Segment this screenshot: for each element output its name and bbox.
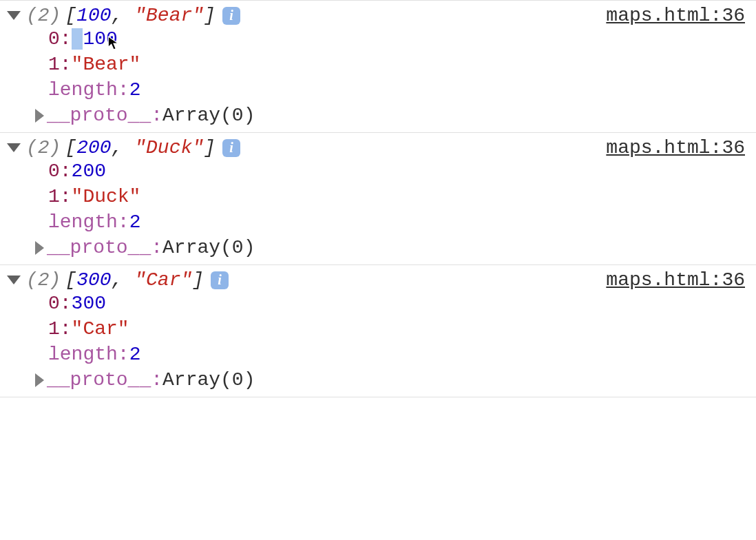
array-length: (2) bbox=[26, 269, 61, 291]
console-log-entry: maps.html:36 (2) [300, "Car"] i 0: 300 1… bbox=[0, 264, 756, 397]
property-value: Array(0) bbox=[162, 237, 255, 258]
source-link[interactable]: maps.html:36 bbox=[606, 137, 745, 158]
chevron-right-icon[interactable] bbox=[35, 241, 44, 255]
chevron-down-icon[interactable] bbox=[7, 11, 21, 20]
array-item[interactable]: 0: 200 bbox=[48, 158, 749, 184]
length-property[interactable]: length: 2 bbox=[48, 77, 749, 103]
array-preview: [300, "Car"] bbox=[65, 269, 204, 291]
array-item[interactable]: 1: "Car" bbox=[48, 316, 749, 342]
proto-property[interactable]: __proto__: Array(0) bbox=[7, 235, 749, 260]
array-length: (2) bbox=[26, 137, 61, 158]
property-value: Array(0) bbox=[162, 369, 255, 391]
item-key: 0: bbox=[48, 160, 72, 182]
array-preview: [200, "Duck"] bbox=[65, 137, 215, 158]
property-value: 2 bbox=[129, 344, 141, 365]
property-value: 2 bbox=[129, 211, 141, 233]
item-key: 0: bbox=[48, 293, 72, 314]
property-key: length: bbox=[48, 79, 129, 101]
console-log-entry: maps.html:36 (2) [200, "Duck"] i 0: 200 … bbox=[0, 132, 756, 264]
item-key: 0: bbox=[48, 28, 72, 50]
property-key: length: bbox=[48, 344, 129, 365]
chevron-down-icon[interactable] bbox=[7, 143, 21, 152]
source-link[interactable]: maps.html:36 bbox=[606, 269, 745, 291]
property-key: __proto__: bbox=[47, 105, 162, 126]
array-item[interactable]: 0: 100 bbox=[48, 26, 749, 52]
property-value: Array(0) bbox=[162, 105, 255, 126]
info-icon[interactable]: i bbox=[222, 139, 240, 157]
info-icon[interactable]: i bbox=[222, 7, 240, 25]
property-key: __proto__: bbox=[47, 369, 162, 391]
item-value: "Duck" bbox=[72, 186, 141, 207]
array-children: 0: 100 1: "Bear" length: 2 bbox=[7, 26, 749, 103]
length-property[interactable]: length: 2 bbox=[48, 209, 749, 235]
property-value: 2 bbox=[129, 79, 141, 101]
source-link[interactable]: maps.html:36 bbox=[606, 5, 745, 26]
chevron-right-icon[interactable] bbox=[35, 109, 44, 123]
info-icon[interactable]: i bbox=[211, 271, 229, 289]
item-key: 1: bbox=[48, 186, 72, 207]
proto-property[interactable]: __proto__: Array(0) bbox=[7, 367, 749, 393]
array-children: 0: 200 1: "Duck" length: 2 bbox=[7, 158, 749, 235]
item-key: 1: bbox=[48, 54, 72, 75]
item-value: 100 bbox=[72, 28, 118, 50]
chevron-down-icon[interactable] bbox=[7, 276, 21, 284]
console-log-entry: maps.html:36 (2) [100, "Bear"] i 0: 100 … bbox=[0, 0, 756, 132]
proto-property[interactable]: __proto__: Array(0) bbox=[7, 103, 749, 128]
array-item[interactable]: 0: 300 bbox=[48, 291, 749, 316]
console-output: maps.html:36 (2) [100, "Bear"] i 0: 100 … bbox=[0, 0, 756, 397]
array-preview: [100, "Bear"] bbox=[65, 5, 215, 26]
array-length: (2) bbox=[26, 5, 61, 26]
length-property[interactable]: length: 2 bbox=[48, 342, 749, 367]
item-key: 1: bbox=[48, 318, 72, 340]
array-item[interactable]: 1: "Duck" bbox=[48, 184, 749, 209]
item-value: 300 bbox=[72, 293, 106, 314]
item-value: "Bear" bbox=[72, 54, 141, 75]
item-value: 200 bbox=[72, 160, 106, 182]
item-value: "Car" bbox=[72, 318, 129, 340]
property-key: length: bbox=[48, 211, 129, 233]
chevron-right-icon[interactable] bbox=[35, 373, 44, 387]
array-item[interactable]: 1: "Bear" bbox=[48, 52, 749, 77]
array-children: 0: 300 1: "Car" length: 2 bbox=[7, 291, 749, 367]
property-key: __proto__: bbox=[47, 237, 162, 258]
